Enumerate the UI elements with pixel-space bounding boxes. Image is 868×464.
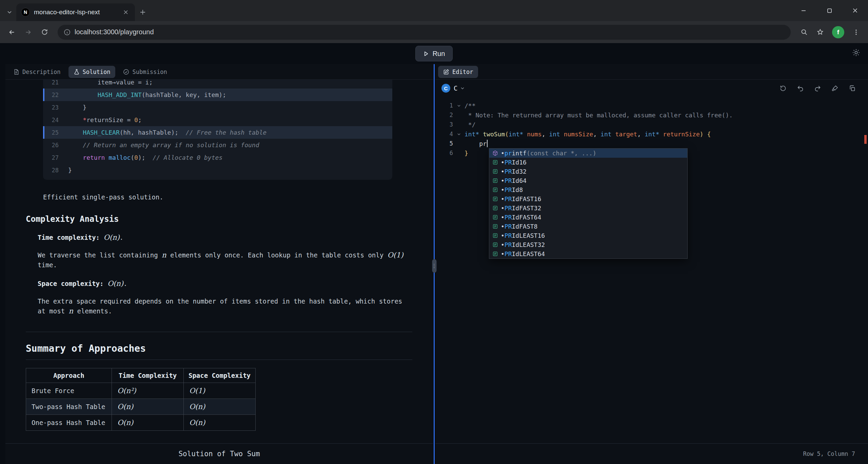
reload-icon[interactable] [37,25,52,39]
maximize-icon[interactable] [816,0,842,21]
suggestion-item[interactable]: •PRIdLEAST32 [489,240,687,249]
code-line: 27 return malloc(0); // Allocate 0 bytes [43,151,392,164]
tab-editor[interactable]: Editor [438,66,478,78]
editor-line[interactable]: 5 pr [435,139,868,148]
suggestion-label: •PRIdFAST64 [501,214,541,221]
text-cursor [487,140,488,147]
suggestion-item[interactable]: •PRId32 [489,167,687,176]
c-language-icon: C [441,84,450,93]
file-icon [13,69,19,75]
undo-icon[interactable] [797,85,804,92]
code-token [560,131,564,138]
new-tab-icon[interactable] [135,3,151,21]
label-rest: Id8 [512,186,523,193]
tab-search-icon[interactable] [3,3,16,21]
reset-icon[interactable] [780,85,787,92]
run-button[interactable]: Run [415,46,453,61]
info-icon[interactable] [64,29,71,36]
line-number: 1 [435,102,453,109]
code-token: 0 [134,154,138,161]
suggestion-item[interactable]: •PRIdFAST32 [489,204,687,213]
suggestion-item[interactable]: •PRId8 [489,185,687,194]
code-token: 0 [134,116,138,123]
kebab-menu-icon[interactable] [849,25,863,39]
matched-prefix: PR [505,241,512,248]
tab-solution[interactable]: Solution [68,66,116,78]
copy-icon[interactable] [849,85,856,92]
left-panel-tabs: Description Solution Submission [5,64,433,80]
code-token: */ [465,121,476,128]
chevron-down-icon[interactable] [460,86,465,91]
include-bullet: • [501,250,505,257]
code-token: * Note: The returned array must be mallo… [465,112,733,119]
matched-prefix: pr [505,150,512,157]
line-number: 6 [435,150,453,156]
macro-icon [492,251,498,257]
editor-line[interactable]: 2 * Note: The returned array must be mal… [435,110,868,120]
editor-line[interactable]: 3 */ [435,120,868,129]
address-bar[interactable]: localhost:3000/playground [58,25,791,40]
suggestion-item[interactable]: •PRIdLEAST64 [489,249,687,258]
tab-description[interactable]: Description [8,66,66,78]
code-editor[interactable]: 1/**2 * Note: The returned array must be… [435,97,868,443]
code-token: } [68,104,86,111]
suggestion-detail: (const char *, ...) [527,150,596,157]
editor-line[interactable]: 4int* twoSum(int* nums, int numsSize, in… [435,129,868,139]
code-token: HASH_CLEAR [83,129,119,136]
matched-prefix: PR [505,186,512,193]
suggestion-label: •printf(const char *, ...) [501,150,596,157]
matched-prefix: PR [505,168,512,175]
math-expression: O(n) [103,233,119,241]
browser-tab[interactable]: N monaco-editor-lsp-next [16,3,135,21]
line-number: 5 [435,140,453,147]
fold-chevron-icon[interactable] [453,132,465,136]
back-icon[interactable] [5,25,19,39]
code-token: } [68,167,72,174]
editor-line[interactable]: 1/** [435,101,868,110]
minimize-icon[interactable] [791,0,816,21]
code-token: , [542,131,549,138]
code-token: ); [138,154,145,161]
gear-icon[interactable] [852,48,861,57]
play-icon [423,51,429,57]
code-token: int [549,131,560,138]
code-token: returnSize [663,131,699,138]
tab-submission[interactable]: Submission [118,66,172,78]
flask-icon [74,69,80,75]
fold-chevron-icon[interactable] [453,103,465,108]
solution-code-block: 21 item→value = i;22 HASH_ADD_INT(hashTa… [43,80,392,180]
time-complexity-paragraph: We traverse the list containing n elemen… [38,250,407,270]
include-bullet: • [501,195,505,202]
tab-close-icon[interactable] [121,8,130,17]
line-number: 27 [43,154,68,161]
code-token: * [83,116,86,123]
playground-app: Run Description Solution [0,43,868,464]
include-bullet: • [501,223,505,230]
zoom-icon[interactable] [797,25,811,39]
suggestion-label: •PRIdLEAST64 [501,250,545,257]
panel-resizer[interactable]: ⋮ [433,64,435,464]
macro-icon [492,214,498,220]
close-icon[interactable] [842,0,868,21]
time-complexity-line: Time complexity: O(n). [38,233,433,241]
suggestion-item[interactable]: •PRIdFAST16 [489,194,687,204]
suggestion-item[interactable]: •PRId64 [489,176,687,185]
star-icon[interactable] [813,25,827,39]
suggestion-item[interactable]: •printf(const char *, ...) [489,149,687,158]
cell-text: Brute Force [32,387,74,394]
redo-icon[interactable] [814,85,821,92]
suggestion-item[interactable]: •PRIdFAST8 [489,222,687,231]
code-token: nums [527,131,541,138]
code-token [659,131,663,138]
profile-avatar[interactable]: f [832,26,844,38]
forward-icon[interactable] [21,25,35,39]
suggestion-item[interactable]: •PRId16 [489,158,687,167]
text-segment: elements only once. Each lookup in the t… [166,251,388,259]
overview-ruler-marker [864,135,867,144]
solution-panel: Description Solution Submission 21 [5,64,433,464]
include-bullet: • [501,177,505,184]
matched-prefix: PR [505,159,512,166]
format-brush-icon[interactable] [831,85,839,92]
suggestion-item[interactable]: •PRIdLEAST16 [489,231,687,240]
suggestion-item[interactable]: •PRIdFAST64 [489,213,687,222]
